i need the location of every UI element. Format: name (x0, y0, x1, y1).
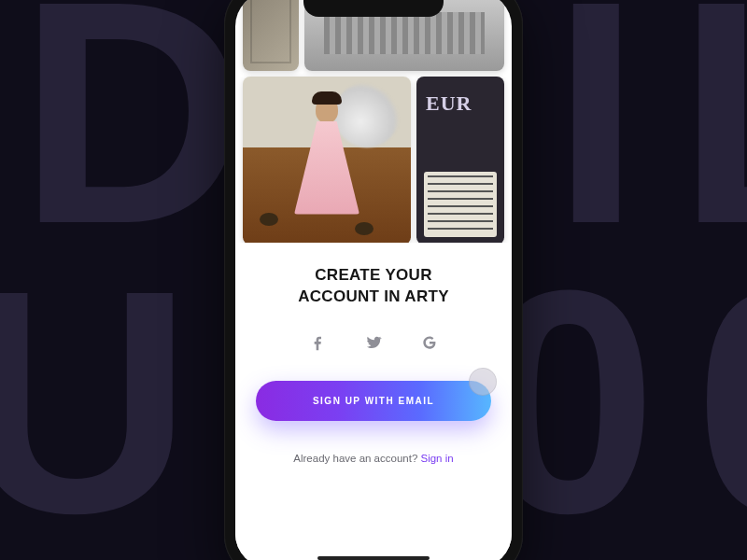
twitter-icon[interactable] (363, 332, 384, 353)
device-notch (303, 0, 444, 17)
signup-email-button[interactable]: SIGN UP WITH EMAIL (256, 381, 491, 421)
social-login-row (256, 332, 491, 353)
euro-tile-text (424, 172, 497, 237)
phone-screen: EUR CREATE YOUR ACCOUNT IN ARTY (235, 0, 512, 560)
signin-row: Already have an account? Sign in (256, 453, 491, 464)
page-title: CREATE YOUR ACCOUNT IN ARTY (256, 265, 491, 308)
touch-indicator (469, 368, 497, 396)
signup-panel: CREATE YOUR ACCOUNT IN ARTY SIGN UP WITH… (235, 243, 512, 560)
google-icon[interactable] (419, 332, 440, 353)
phone-frame: EUR CREATE YOUR ACCOUNT IN ARTY (224, 0, 523, 560)
signup-email-label: SIGN UP WITH EMAIL (313, 396, 434, 406)
gallery-tile-euro[interactable]: EUR (416, 77, 504, 245)
heading-line-2: ACCOUNT IN ARTY (256, 287, 491, 308)
home-indicator[interactable] (317, 556, 430, 560)
signin-link[interactable]: Sign in (421, 453, 454, 464)
artwork-gallery: EUR (235, 0, 512, 245)
gallery-tile[interactable] (243, 0, 299, 71)
euro-tile-label: EUR (416, 77, 504, 121)
heading-line-1: CREATE YOUR (256, 265, 491, 287)
facebook-icon[interactable] (307, 332, 328, 353)
signin-prefix: Already have an account? (293, 453, 420, 464)
gallery-tile-frida[interactable] (243, 77, 411, 245)
